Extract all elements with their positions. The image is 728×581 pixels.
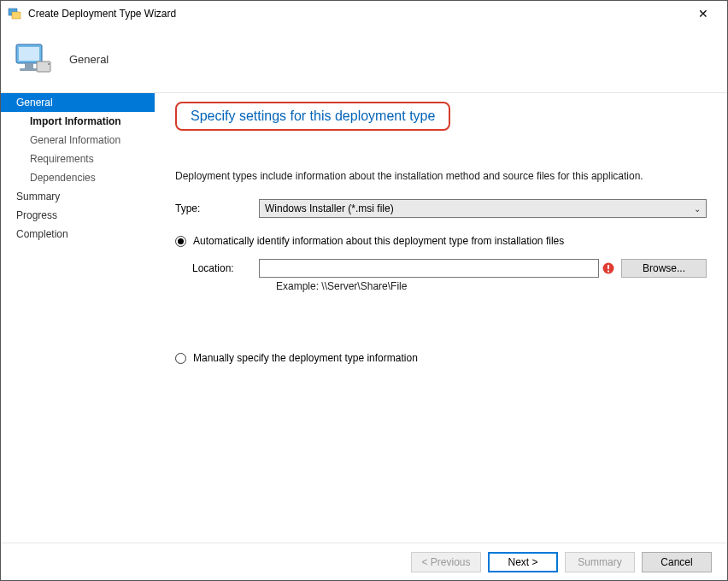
close-icon[interactable]: ✕ <box>686 7 720 21</box>
cancel-button[interactable]: Cancel <box>642 552 712 572</box>
wizard-window: Create Deployment Type Wizard ✕ General … <box>0 0 728 581</box>
page-title: General <box>69 53 109 66</box>
svg-rect-4 <box>25 63 33 68</box>
type-select-value: Windows Installer (*.msi file) <box>265 202 394 214</box>
sidebar: General Import Information General Infor… <box>1 93 155 543</box>
window-title: Create Deployment Type Wizard <box>28 8 686 20</box>
location-section: Location: Browse... Example: \\Server\Sh… <box>175 259 707 292</box>
radio-auto-label: Automatically identify information about… <box>193 235 564 247</box>
radio-manual-row[interactable]: Manually specify the deployment type inf… <box>175 352 707 364</box>
type-select[interactable]: Windows Installer (*.msi file) ⌄ <box>259 199 707 218</box>
sidebar-item-summary[interactable]: Summary <box>1 187 155 206</box>
app-icon <box>8 7 21 21</box>
content-description: Deployment types include information abo… <box>175 170 707 182</box>
svg-rect-6 <box>37 62 50 72</box>
type-label: Type: <box>175 202 259 214</box>
radio-manual[interactable] <box>175 353 186 364</box>
radio-manual-label: Manually specify the deployment type inf… <box>193 352 418 364</box>
titlebar: Create Deployment Type Wizard ✕ <box>1 1 727 26</box>
summary-button: Summary <box>565 552 635 572</box>
radio-auto[interactable] <box>175 236 186 247</box>
browse-button[interactable]: Browse... <box>621 259 707 278</box>
svg-rect-10 <box>608 271 609 273</box>
sidebar-item-requirements[interactable]: Requirements <box>1 150 155 168</box>
svg-point-7 <box>48 63 50 65</box>
svg-rect-1 <box>12 12 21 19</box>
heading-highlight: Specify settings for this deployment typ… <box>175 102 450 131</box>
radio-auto-row[interactable]: Automatically identify information about… <box>175 235 707 247</box>
sidebar-item-general[interactable]: General <box>1 93 155 112</box>
svg-rect-5 <box>20 68 38 71</box>
sidebar-item-progress[interactable]: Progress <box>1 206 155 225</box>
content: Specify settings for this deployment typ… <box>155 93 727 543</box>
footer: < Previous Next > Summary Cancel <box>1 543 727 580</box>
body: General Import Information General Infor… <box>1 93 727 543</box>
sidebar-item-general-information[interactable]: General Information <box>1 131 155 150</box>
type-row: Type: Windows Installer (*.msi file) ⌄ <box>175 199 707 218</box>
error-icon <box>602 262 614 274</box>
location-example: Example: \\Server\Share\File <box>276 280 707 292</box>
computer-icon <box>13 39 54 80</box>
svg-rect-9 <box>608 265 609 269</box>
location-input[interactable] <box>259 259 599 278</box>
svg-rect-3 <box>19 47 39 61</box>
location-label: Location: <box>192 262 259 274</box>
sidebar-item-import-information[interactable]: Import Information <box>1 112 155 131</box>
sidebar-item-completion[interactable]: Completion <box>1 225 155 244</box>
header: General <box>1 26 727 93</box>
location-row: Location: Browse... <box>192 259 707 278</box>
previous-button: < Previous <box>411 552 481 572</box>
next-button[interactable]: Next > <box>488 552 558 572</box>
sidebar-item-dependencies[interactable]: Dependencies <box>1 168 155 187</box>
content-heading: Specify settings for this deployment typ… <box>191 109 435 123</box>
chevron-down-icon: ⌄ <box>694 204 701 214</box>
